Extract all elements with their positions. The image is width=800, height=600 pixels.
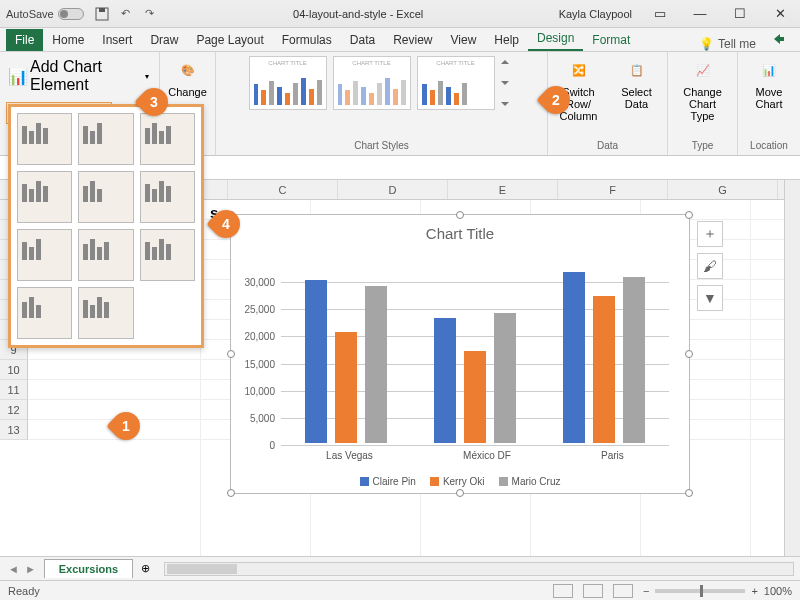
bar[interactable] xyxy=(335,332,357,443)
sheet-tab-excursions[interactable]: Excursions xyxy=(44,559,133,578)
group-location: Location xyxy=(750,138,788,151)
bar[interactable] xyxy=(365,286,387,443)
undo-icon[interactable]: ↶ xyxy=(118,6,134,22)
col-header-e[interactable]: E xyxy=(448,180,558,199)
change-colors-button[interactable]: 🎨 Change xyxy=(162,56,214,98)
chart-styles-more[interactable] xyxy=(501,56,515,110)
tab-page-layout[interactable]: Page Layout xyxy=(187,29,272,51)
zoom-slider[interactable] xyxy=(655,589,745,593)
quick-layout-9[interactable] xyxy=(140,229,195,281)
maximize-button[interactable]: ☐ xyxy=(720,0,760,28)
tab-file[interactable]: File xyxy=(6,29,43,51)
row-header[interactable]: 12 xyxy=(0,400,28,420)
embedded-chart[interactable]: Chart Title 05,00010,00015,00020,00025,0… xyxy=(230,214,690,494)
resize-handle[interactable] xyxy=(456,489,464,497)
row-header[interactable]: 11 xyxy=(0,380,28,400)
vertical-scrollbar[interactable] xyxy=(784,180,800,556)
view-normal-icon[interactable] xyxy=(553,584,573,598)
row-header[interactable]: 10 xyxy=(0,360,28,380)
quick-layout-1[interactable] xyxy=(17,113,72,165)
resize-handle[interactable] xyxy=(227,489,235,497)
ribbon-display-icon[interactable]: ▭ xyxy=(640,0,680,28)
tab-review[interactable]: Review xyxy=(384,29,441,51)
brush-icon: 🖌 xyxy=(703,258,717,274)
chart-style-3[interactable]: CHART TITLE xyxy=(417,56,495,110)
resize-handle[interactable] xyxy=(456,211,464,219)
quick-layout-4[interactable] xyxy=(17,171,72,223)
view-page-layout-icon[interactable] xyxy=(583,584,603,598)
zoom-out-button[interactable]: − xyxy=(643,585,649,597)
chart-filter-button[interactable]: ▼ xyxy=(697,285,723,311)
select-data-button[interactable]: 📋 Select Data xyxy=(611,56,663,110)
legend-item[interactable]: Kerry Oki xyxy=(430,476,485,487)
legend-item[interactable]: Mario Cruz xyxy=(499,476,561,487)
quick-layout-gallery[interactable] xyxy=(8,104,204,348)
tab-nav-prev[interactable]: ◄ xyxy=(8,563,19,575)
y-tick-label: 10,000 xyxy=(244,385,275,396)
tab-draw[interactable]: Draw xyxy=(141,29,187,51)
close-button[interactable]: ✕ xyxy=(760,0,800,28)
bar[interactable] xyxy=(305,280,327,443)
tab-data[interactable]: Data xyxy=(341,29,384,51)
formula-input[interactable] xyxy=(174,156,800,179)
bar[interactable] xyxy=(623,277,645,443)
zoom-in-button[interactable]: + xyxy=(751,585,757,597)
quick-layout-11[interactable] xyxy=(78,287,133,339)
quick-layout-7[interactable] xyxy=(17,229,72,281)
palette-icon: 🎨 xyxy=(172,56,204,84)
bulb-icon: 💡 xyxy=(699,37,714,51)
quick-layout-8[interactable] xyxy=(78,229,133,281)
minimize-button[interactable]: — xyxy=(680,0,720,28)
bar[interactable] xyxy=(494,313,516,443)
tab-insert[interactable]: Insert xyxy=(93,29,141,51)
bar[interactable] xyxy=(563,272,585,443)
resize-handle[interactable] xyxy=(685,489,693,497)
tell-me[interactable]: 💡 Tell me xyxy=(691,37,764,51)
bar[interactable] xyxy=(593,296,615,443)
chart-title[interactable]: Chart Title xyxy=(231,215,689,242)
legend-item[interactable]: Claire Pin xyxy=(360,476,416,487)
y-tick-label: 15,000 xyxy=(244,358,275,369)
quick-layout-10[interactable] xyxy=(17,287,72,339)
tab-formulas[interactable]: Formulas xyxy=(273,29,341,51)
tab-view[interactable]: View xyxy=(442,29,486,51)
redo-icon[interactable]: ↷ xyxy=(142,6,158,22)
quick-layout-3[interactable] xyxy=(140,113,195,165)
change-chart-type-button[interactable]: 📈 Change Chart Type xyxy=(677,56,729,122)
tab-help[interactable]: Help xyxy=(485,29,528,51)
move-chart-button[interactable]: 📊 Move Chart xyxy=(743,56,795,110)
quick-layout-5[interactable] xyxy=(78,171,133,223)
quick-layout-6[interactable] xyxy=(140,171,195,223)
quick-layout-2[interactable] xyxy=(78,113,133,165)
zoom-level[interactable]: 100% xyxy=(764,585,792,597)
resize-handle[interactable] xyxy=(227,350,235,358)
user-name[interactable]: Kayla Claypool xyxy=(559,8,632,20)
y-tick-label: 5,000 xyxy=(250,412,275,423)
col-header-f[interactable]: F xyxy=(558,180,668,199)
horizontal-scrollbar[interactable] xyxy=(164,562,794,576)
autosave-toggle[interactable] xyxy=(58,8,84,20)
group-type: Type xyxy=(692,138,714,151)
view-page-break-icon[interactable] xyxy=(613,584,633,598)
chart-styles-button[interactable]: 🖌 xyxy=(697,253,723,279)
chart-style-2[interactable]: CHART TITLE xyxy=(333,56,411,110)
col-header-d[interactable]: D xyxy=(338,180,448,199)
tab-home[interactable]: Home xyxy=(43,29,93,51)
chart-elements-button[interactable]: ＋ xyxy=(697,221,723,247)
save-icon[interactable] xyxy=(94,6,110,22)
col-header-g[interactable]: G xyxy=(668,180,778,199)
ribbon-tabs: File Home Insert Draw Page Layout Formul… xyxy=(0,28,800,52)
tab-format[interactable]: Format xyxy=(583,29,639,51)
tab-nav-next[interactable]: ► xyxy=(25,563,36,575)
new-sheet-button[interactable]: ⊕ xyxy=(133,562,158,575)
row-header[interactable]: 13 xyxy=(0,420,28,440)
resize-handle[interactable] xyxy=(685,211,693,219)
chart-style-1[interactable]: CHART TITLE xyxy=(249,56,327,110)
share-button[interactable] xyxy=(764,27,794,51)
tab-design[interactable]: Design xyxy=(528,27,583,51)
col-header-c[interactable]: C xyxy=(228,180,338,199)
bar[interactable] xyxy=(464,351,486,443)
bar[interactable] xyxy=(434,318,456,443)
resize-handle[interactable] xyxy=(685,350,693,358)
add-chart-element-button[interactable]: 📊 Add Chart Element ▾ xyxy=(6,56,153,96)
